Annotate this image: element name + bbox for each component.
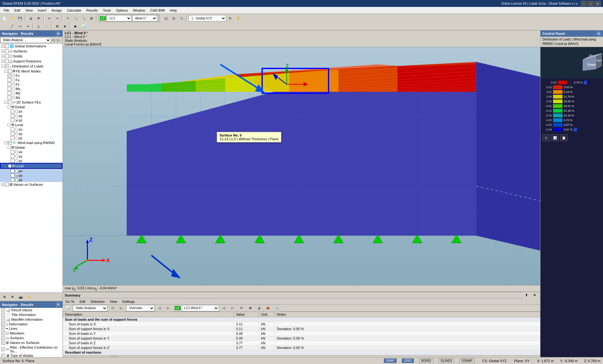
expand-fe-mesh[interactable]: - — [4, 70, 8, 73]
tb-select[interactable]: ↖ — [64, 15, 72, 22]
osnap-btn[interactable]: OSNAP — [459, 358, 475, 363]
nav-fz[interactable]: Fz — [0, 82, 62, 87]
chk-deformation[interactable] — [1, 322, 5, 326]
nav-support-reactions[interactable]: + △ Support Reactions — [0, 59, 62, 64]
result-members[interactable]: ⬡ Members — [0, 331, 62, 336]
nav-local-py[interactable]: py — [0, 131, 62, 136]
chk-surfaces-item[interactable] — [1, 336, 5, 340]
grid-btn[interactable]: GRID — [402, 358, 414, 363]
result-values-surfaces[interactable]: ⊞ Values on Surfaces — [0, 340, 62, 345]
nav-wind-rwind[interactable]: - 💨 Wind load using RWIND — [0, 140, 62, 145]
result-ribs[interactable]: ▭ Ribs - Effective Contribution on Su... — [0, 345, 62, 353]
nav-rwind-global-py[interactable]: py — [0, 154, 62, 158]
nav-rwind-global[interactable]: - ⊞ Global — [0, 145, 62, 150]
nav-local-group[interactable]: - ⊞ Local — [0, 122, 62, 127]
chk-rwind-local-pz[interactable] — [11, 178, 14, 182]
chk-rwind-global-px[interactable] — [11, 150, 14, 154]
tb-rotate[interactable]: ↻ — [226, 15, 234, 22]
tb-view-front[interactable]: ◫ — [162, 15, 170, 22]
chk-fz[interactable] — [8, 83, 11, 86]
chk-dist-loads[interactable] — [5, 64, 9, 68]
result-title-info[interactable]: 📄 Title Information — [0, 313, 62, 317]
nav-mz[interactable]: Mz — [0, 95, 62, 100]
lc-selector[interactable]: LC1 — [106, 15, 132, 21]
radio-global-py[interactable] — [15, 114, 18, 117]
chk-fe-mesh[interactable] — [8, 69, 12, 73]
menu-edit[interactable]: Edit — [12, 8, 23, 13]
tb-results[interactable]: 📊 — [80, 23, 87, 29]
chk-fy[interactable] — [8, 78, 11, 82]
tb-save[interactable]: 💾 — [16, 15, 24, 22]
radio-mx[interactable] — [12, 87, 15, 90]
coord-system-selector[interactable]: 1 - Global XYZ — [188, 15, 226, 21]
tb-undo[interactable]: ↩ — [46, 15, 53, 22]
menu-calculate[interactable]: Calculate — [64, 8, 84, 13]
summary-close-btn[interactable]: ✕ — [531, 292, 538, 299]
nav-2d-surface[interactable]: - ▭ 2D Surface FEs — [0, 100, 62, 104]
chk-values-surf2[interactable] — [1, 341, 5, 345]
summary-export[interactable]: 📤 — [264, 305, 272, 312]
tb-zoom-out[interactable]: 🔍 — [80, 15, 87, 22]
expand-local-group[interactable]: - — [8, 123, 11, 126]
tb-node[interactable]: · — [1, 23, 8, 29]
nav-rwind-local-px[interactable]: px — [0, 169, 62, 173]
chk-global-py[interactable] — [11, 114, 14, 118]
nav-my[interactable]: My — [0, 91, 62, 95]
chk-my[interactable] — [8, 91, 11, 95]
chk-local-py[interactable] — [11, 132, 14, 136]
nav-global-px[interactable]: px — [0, 109, 62, 114]
tb-zoom-in[interactable]: 🔍 — [72, 15, 79, 22]
nav-fy[interactable]: Fy — [0, 78, 62, 82]
nav-rwind-local[interactable]: - ⊞ Local — [0, 163, 62, 169]
menu-file[interactable]: File — [1, 8, 12, 13]
nav-rwind-global-pz[interactable]: pz — [0, 158, 62, 163]
radio-my[interactable] — [12, 92, 15, 95]
radio-rwind-local-px[interactable] — [15, 169, 18, 173]
summary-expand-btn[interactable]: ⬆ — [523, 292, 530, 299]
radio-rwind-local-pz[interactable] — [15, 178, 18, 181]
nav-global-group[interactable]: - ⊞ Global — [0, 104, 62, 109]
summary-menu-edit[interactable]: Edit — [78, 299, 87, 304]
radio-rwind-global-pz[interactable] — [15, 159, 18, 162]
maximize-btn[interactable]: □ — [588, 1, 594, 6]
chk-solids[interactable] — [5, 54, 9, 58]
chk-rwind-local-py[interactable] — [11, 174, 14, 177]
radio-rwind-local-py[interactable] — [15, 174, 18, 177]
tb-load[interactable]: ↓ — [43, 23, 50, 29]
nav-close-btn[interactable]: ✕ — [56, 31, 61, 36]
cp-close-btn[interactable]: ✕ — [596, 31, 601, 36]
tb-surface[interactable]: ▭ — [16, 23, 24, 29]
expand-rwind-global[interactable]: - — [8, 146, 11, 149]
chk-wind-rwind[interactable] — [8, 141, 12, 145]
summary-lc-prev[interactable]: ◁ — [220, 305, 228, 312]
summary-analysis-combo[interactable]: Static Analysis — [73, 305, 107, 311]
nav-fe-mesh-nodes[interactable]: - ⊞ FE Mesh Nodes — [0, 69, 62, 73]
summary-menu-goto[interactable]: Go To — [64, 299, 76, 304]
summary-tb-icon[interactable]: 📊 — [64, 305, 72, 312]
menu-assign[interactable]: Assign — [49, 8, 64, 13]
result-deformation[interactable]: ⤵ Deformation — [0, 322, 62, 326]
tb-view-top[interactable]: ⊡ — [170, 15, 177, 22]
glines-btn[interactable]: GLINES — [438, 358, 454, 363]
close-btn[interactable]: ✕ — [595, 1, 600, 6]
radio-rwind-global-py[interactable] — [15, 155, 18, 158]
summary-refresh[interactable]: ↻ — [238, 305, 245, 312]
expand-support[interactable]: + — [1, 60, 4, 63]
chk-ribs[interactable] — [1, 347, 5, 351]
expand-2d-surface[interactable]: - — [4, 101, 8, 104]
expand-global-def[interactable]: + — [1, 45, 4, 48]
cp-icon2[interactable]: 📊 — [551, 134, 559, 141]
chk-fx[interactable] — [8, 74, 11, 78]
menu-help[interactable]: Help — [167, 8, 180, 13]
tb-redo[interactable]: ↪ — [53, 15, 61, 22]
result-surfaces-item[interactable]: ▭ Surfaces — [0, 336, 62, 340]
nav-mx[interactable]: Mx — [0, 87, 62, 91]
nav-global-deformations[interactable]: + 🌐 Global Deformations — [0, 44, 62, 49]
nav-global-py[interactable]: py — [0, 114, 62, 118]
tb-calc[interactable]: ▶ — [72, 23, 79, 29]
menu-insert[interactable]: Insert — [35, 8, 49, 13]
menu-window[interactable]: Window — [130, 8, 148, 13]
radio-global-px[interactable] — [15, 110, 18, 113]
nav-surfaces[interactable]: + ▭ Surfaces — [0, 49, 62, 54]
chk-maxmin[interactable] — [1, 318, 5, 321]
